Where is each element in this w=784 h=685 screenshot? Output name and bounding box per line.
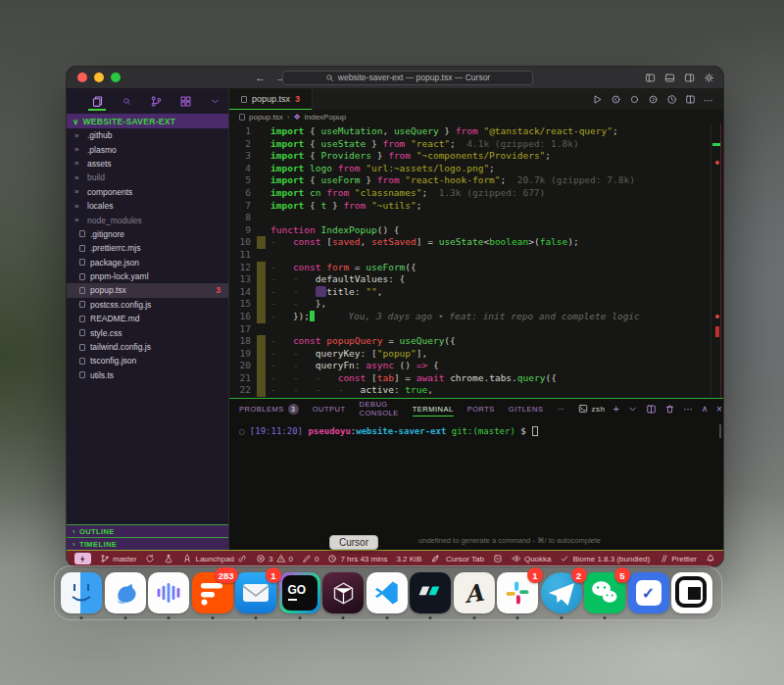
tree-item-assets[interactable]: »assets [67, 157, 228, 171]
panel-tab-output[interactable]: OUTPUT [313, 399, 346, 418]
dock-app-slack[interactable]: 1 [497, 572, 538, 613]
dock-app-cursor[interactable] [322, 572, 364, 613]
tree-item-utils.ts[interactable]: utils.ts [67, 368, 228, 382]
trash-icon[interactable] [664, 404, 675, 415]
activity-chevron-down[interactable] [208, 91, 221, 111]
shell-selector[interactable]: zsh [578, 404, 605, 414]
panel-tab-problems[interactable]: PROBLEMS3 [239, 399, 299, 418]
overview-ruler[interactable] [710, 123, 723, 398]
explorer-root[interactable]: ∨ WEBSITE-SAVER-EXT [67, 114, 228, 128]
split-icon[interactable] [685, 94, 696, 105]
status-item-prettier[interactable]: Prettier [659, 554, 697, 563]
notification-badge: 2 [571, 567, 587, 583]
token: ; [489, 163, 495, 173]
dock-app-follow[interactable]: 283 [192, 572, 233, 613]
terminal-scrollbar[interactable] [719, 424, 721, 438]
panel-tab-⋯[interactable]: ⋯ [557, 399, 564, 418]
split-icon[interactable] [646, 404, 657, 415]
dock-app-sketch[interactable]: A [454, 572, 495, 613]
command-center[interactable]: website-saver-ext — popup.tsx — Cursor [282, 71, 533, 85]
token: ], [416, 348, 427, 359]
close-icon[interactable]: × [716, 404, 722, 415]
breadcrumb[interactable]: popup.tsx › ❖ IndexPopup [229, 110, 723, 123]
line-number: 6 [229, 187, 257, 200]
dock-app-things[interactable]: ✓ [628, 572, 669, 613]
panel-tab-ports[interactable]: PORTS [467, 399, 495, 418]
status-item[interactable] [493, 554, 503, 563]
status-item-launchpad[interactable]: Launchpad [182, 554, 247, 563]
prev-circle-icon[interactable] [611, 94, 621, 105]
activity-extensions[interactable] [178, 91, 192, 111]
more-icon[interactable]: ⋯ [683, 404, 694, 415]
activity-search[interactable] [120, 91, 133, 111]
status-item-0[interactable]: 0 [302, 554, 318, 563]
dock-app-warp[interactable] [410, 572, 451, 613]
close-window-button[interactable] [77, 73, 87, 82]
dock-app-stack[interactable] [671, 572, 712, 613]
status-item-3-2-kib[interactable]: 3.2 KiB [396, 555, 421, 563]
timer-icon[interactable] [666, 94, 677, 105]
tree-item-components[interactable]: »components [67, 185, 228, 199]
status-item[interactable] [706, 554, 715, 563]
panel-tab-gitlens[interactable]: GITLENS [509, 399, 544, 418]
tree-item-pnpm-lock.yaml[interactable]: pnpm-lock.yaml [67, 269, 228, 283]
more-icon[interactable]: ⋯ [704, 90, 713, 108]
dock-app-finder[interactable] [61, 572, 102, 613]
outline-section[interactable]: › OUTLINE [67, 524, 228, 537]
tree-item-build[interactable]: »build [67, 171, 228, 184]
next-circle-icon[interactable] [648, 94, 659, 105]
timeline-section[interactable]: › TIMELINE [67, 537, 228, 550]
dock-app-vscode[interactable] [367, 572, 408, 613]
tree-item-.gitignore[interactable]: .gitignore [67, 227, 228, 241]
window-titlebar[interactable]: ← → website-saver-ext — popup.tsx — Curs… [67, 67, 723, 88]
activity-files[interactable] [90, 91, 104, 111]
status-item-3[interactable]: 30 [256, 554, 293, 563]
tree-item-.prettierrc.mjs[interactable]: .prettierrc.mjs [67, 241, 228, 255]
panel-tab-debug-console[interactable]: DEBUG CONSOLE [360, 399, 399, 418]
dock-app-fox[interactable] [105, 572, 146, 613]
tree-item-postcss.config.js[interactable]: postcss.config.js [67, 298, 228, 312]
chevron-down-icon[interactable] [627, 404, 638, 415]
tree-item-node_modules[interactable]: »node_modules [67, 213, 228, 226]
tree-item-.github[interactable]: ».github [67, 128, 228, 142]
tree-item-tailwind.config.js[interactable]: tailwind.config.js [67, 340, 228, 354]
code-editor[interactable]: 1import { useMutation, useQuery } from "… [229, 123, 723, 398]
plus-icon[interactable]: + [612, 403, 619, 415]
dot-circle-icon[interactable] [629, 94, 640, 105]
back-arrow-icon[interactable]: ← [255, 72, 266, 83]
dock-app-goland[interactable]: GO [279, 572, 320, 613]
minimize-window-button[interactable] [94, 73, 104, 82]
zoom-window-button[interactable] [111, 73, 121, 82]
dock-app-mail[interactable]: 1 [235, 572, 276, 613]
tree-item-popup.tsx[interactable]: popup.tsx3 [67, 283, 228, 297]
layout-bottom-icon[interactable] [664, 73, 675, 83]
dock-app-wechat[interactable]: 5 [584, 572, 625, 613]
tree-item-locales[interactable]: »locales [67, 199, 228, 213]
status-item-biome-1-8-3-bundled-[interactable]: Biome 1.8.3 (bundled) [560, 554, 650, 563]
status-item[interactable] [430, 554, 440, 563]
run-icon[interactable] [592, 94, 603, 105]
layout-right-icon[interactable] [684, 73, 695, 83]
dock-app-telegram[interactable]: 2 [541, 572, 582, 613]
activity-source-control[interactable] [149, 91, 163, 111]
status-item[interactable] [145, 554, 155, 563]
tree-item-package.json[interactable]: package.json [67, 256, 228, 269]
tree-item-tsconfig.json[interactable]: tsconfig.json [67, 354, 228, 367]
gear-icon[interactable] [704, 73, 714, 83]
status-item-7-hrs-43-mins[interactable]: 7 hrs 43 mins [327, 554, 387, 563]
cursor-icon [330, 580, 357, 607]
tree-item-.plasmo[interactable]: ».plasmo [67, 142, 228, 156]
status-item-master[interactable]: master [100, 554, 136, 563]
terminal[interactable]: ○ [19:11:20] pseudoyu:website-saver-ext … [229, 418, 723, 550]
status-item-cursor-tab[interactable]: Cursor Tab [446, 555, 484, 563]
tree-item-README.md[interactable]: README.md [67, 312, 228, 325]
dock-app-waveform[interactable] [148, 572, 189, 613]
layout-left-icon[interactable] [645, 73, 656, 83]
status-item[interactable] [74, 553, 91, 564]
panel-tab-terminal[interactable]: TERMINAL [413, 399, 454, 418]
status-item-quokka[interactable]: Quokka [512, 554, 552, 563]
tree-item-style.css[interactable]: style.css [67, 325, 228, 339]
status-item[interactable] [164, 554, 173, 563]
tab-popup-tsx[interactable]: popup.tsx 3 [229, 88, 313, 110]
chevron-up-icon[interactable]: ∧ [702, 404, 709, 414]
